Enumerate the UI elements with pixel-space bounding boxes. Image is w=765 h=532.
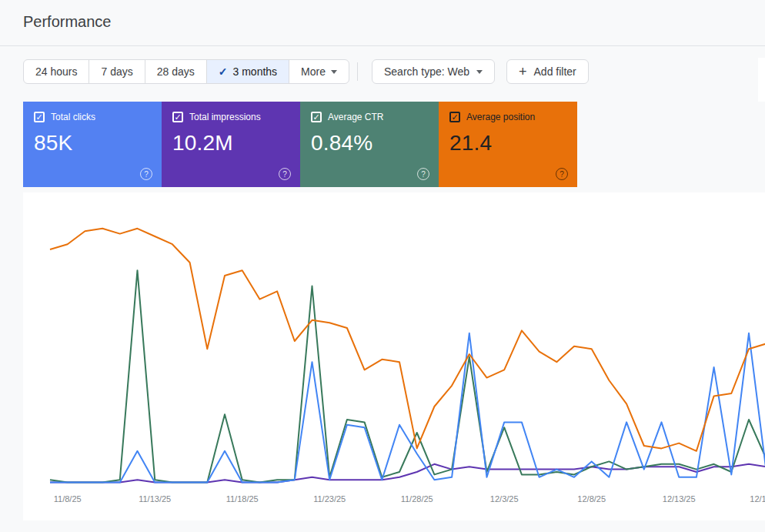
checkbox-checked-icon[interactable]: ✓ <box>449 112 460 122</box>
metric-label: Average position <box>466 112 535 122</box>
x-axis-tick-label: 12/13/25 <box>663 494 696 504</box>
metric-value: 0.84% <box>311 131 428 156</box>
average-position-card[interactable]: ✓ Average position 21.4 ? <box>439 102 577 187</box>
chevron-down-icon <box>331 70 337 74</box>
series-line-ctr <box>50 270 765 482</box>
edge-panel-fragment <box>758 58 765 102</box>
x-axis-tick-label: 11/23/25 <box>313 494 346 504</box>
range-label: 28 days <box>157 65 195 78</box>
metric-value: 21.4 <box>449 131 566 156</box>
range-label: More <box>301 65 326 78</box>
range-3-months-button[interactable]: ✓ 3 months <box>207 60 289 83</box>
metric-value: 10.2M <box>172 131 289 156</box>
x-axis-tick-label: 12/8/25 <box>577 494 606 504</box>
help-icon[interactable]: ? <box>417 168 429 180</box>
range-label: 7 days <box>101 65 132 78</box>
metric-label: Total clicks <box>51 112 95 122</box>
checkbox-checked-icon[interactable]: ✓ <box>311 112 322 122</box>
metric-cards: ✓ Total clicks 85K ? ✓ Total impressions… <box>23 102 577 187</box>
x-axis-tick-label: 11/8/25 <box>54 494 82 504</box>
x-axis-tick-label: 11/18/25 <box>226 494 259 504</box>
check-icon: ✓ <box>219 65 228 78</box>
chevron-down-icon <box>476 70 483 74</box>
range-label: 3 months <box>233 65 278 78</box>
series-line-clicks <box>50 333 765 483</box>
average-ctr-card[interactable]: ✓ Average CTR 0.84% ? <box>300 102 439 187</box>
performance-chart-panel: 11/8/2511/13/2511/18/2511/23/2511/28/251… <box>23 192 765 520</box>
metric-value: 85K <box>34 131 151 156</box>
help-icon[interactable]: ? <box>556 168 568 180</box>
range-7-days-button[interactable]: 7 days <box>89 60 145 83</box>
plus-icon: + <box>519 65 527 79</box>
x-axis-tick-label: 11/13/25 <box>139 494 171 504</box>
page-title: Performance <box>23 13 112 31</box>
range-24-hours-button[interactable]: 24 hours <box>24 60 89 83</box>
search-type-label: Search type: Web <box>384 65 469 78</box>
x-axis-tick-label: 12/3/25 <box>490 494 519 504</box>
range-28-days-button[interactable]: 28 days <box>145 60 207 83</box>
checkbox-checked-icon[interactable]: ✓ <box>172 112 183 122</box>
help-icon[interactable]: ? <box>279 168 291 180</box>
x-axis-tick-label: 11/28/25 <box>401 494 433 504</box>
total-clicks-card[interactable]: ✓ Total clicks 85K ? <box>23 102 162 187</box>
add-filter-button[interactable]: + Add filter <box>506 59 589 84</box>
total-impressions-card[interactable]: ✓ Total impressions 10.2M ? <box>162 102 300 187</box>
x-axis-tick-label: 12/18/25 <box>750 494 765 504</box>
performance-chart[interactable]: 11/8/2511/13/2511/18/2511/23/2511/28/251… <box>23 192 765 520</box>
search-type-button[interactable]: Search type: Web <box>372 59 495 84</box>
metric-label: Average CTR <box>328 112 383 122</box>
filter-row-divider <box>357 62 358 81</box>
add-filter-label: Add filter <box>534 65 576 78</box>
help-icon[interactable]: ? <box>140 168 152 180</box>
range-label: 24 hours <box>35 65 77 78</box>
header-divider <box>0 45 765 46</box>
series-line-position <box>50 229 765 451</box>
metric-label: Total impressions <box>189 112 261 122</box>
checkbox-checked-icon[interactable]: ✓ <box>34 112 45 122</box>
date-range-group: 24 hours 7 days 28 days ✓ 3 months More <box>23 59 349 84</box>
range-more-button[interactable]: More <box>289 60 349 83</box>
